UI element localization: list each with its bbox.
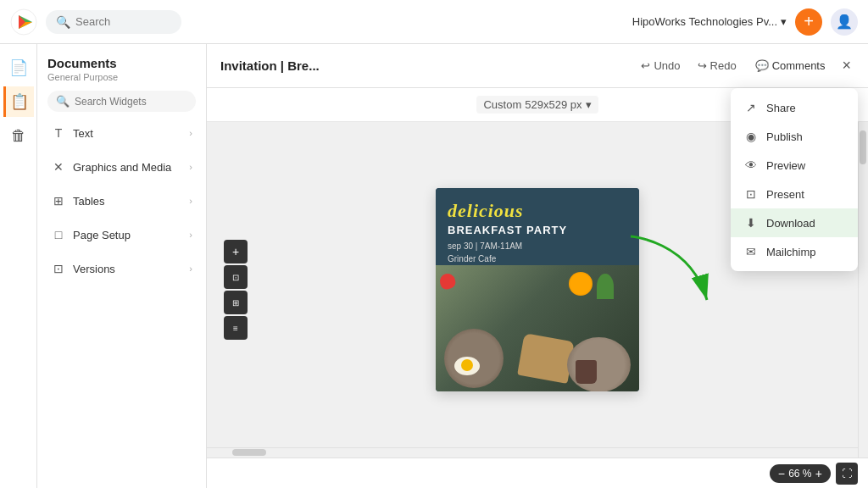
canvas-header: Invitation | Bre... ↩ Undo ↪ Redo 💬 Comm… bbox=[207, 44, 868, 88]
dropdown-item-preview[interactable]: 👁 Preview bbox=[731, 151, 858, 180]
icon-rail: 📄 📋 🗑 bbox=[0, 44, 37, 488]
undo-button[interactable]: ↩ Undo bbox=[636, 56, 685, 75]
chevron-right-icon-5: › bbox=[189, 263, 192, 274]
search-icon: 🔍 bbox=[56, 15, 70, 29]
tables-icon: ⊞ bbox=[51, 194, 66, 208]
search-box[interactable]: 🔍 bbox=[46, 10, 181, 34]
food-bread bbox=[517, 333, 575, 384]
canvas-header-right: ↩ Undo ↪ Redo 💬 Comments × bbox=[636, 53, 854, 78]
sidebar-title: Documents bbox=[47, 56, 196, 70]
chevron-down-icon[interactable]: ▾ bbox=[781, 15, 787, 28]
dropdown-item-download[interactable]: ⬇ Download bbox=[731, 208, 858, 237]
canvas-area: Invitation | Bre... ↩ Undo ↪ Redo 💬 Comm… bbox=[207, 44, 868, 488]
design-image-area bbox=[436, 265, 639, 391]
design-details: sep 30 | 7AM-11AM Grinder Cafe bbox=[448, 240, 627, 265]
sidebar-item-tables[interactable]: ⊞ Tables › bbox=[47, 188, 196, 214]
canvas-size-badge[interactable]: Custom 529x529 px ▾ bbox=[476, 96, 598, 114]
chevron-right-icon-4: › bbox=[189, 230, 192, 240]
zoom-in-button[interactable]: + bbox=[815, 467, 822, 480]
zoom-control: − 66 % + bbox=[770, 464, 831, 483]
chevron-right-icon-2: › bbox=[189, 162, 192, 172]
design-title: Delicious bbox=[448, 200, 627, 222]
publish-icon: ◉ bbox=[744, 130, 758, 143]
sidebar-search-input[interactable] bbox=[75, 96, 187, 108]
dropdown-label-download: Download bbox=[766, 217, 815, 230]
doc-title: Invitation | Bre... bbox=[220, 58, 320, 73]
sidebar-item-tables-label: Tables bbox=[73, 195, 105, 208]
sidebar-item-graphics-label: Graphics and Media bbox=[73, 161, 171, 174]
sidebar-item-versions-label: Versions bbox=[73, 263, 115, 275]
sidebar-item-graphics[interactable]: ✕ Graphics and Media › bbox=[47, 154, 196, 180]
chevron-down-canvas: ▾ bbox=[586, 98, 592, 111]
comments-button[interactable]: 💬 Comments bbox=[748, 56, 832, 75]
profile-button[interactable]: 👤 bbox=[831, 8, 858, 36]
sidebar-item-text[interactable]: T Text › bbox=[47, 120, 196, 146]
dropdown-label-mailchimp: Mailchimp bbox=[766, 246, 816, 258]
redo-icon: ↪ bbox=[698, 59, 707, 72]
share-icon: ↗ bbox=[744, 101, 758, 114]
sidebar: Documents General Purpose 🔍 T Text › ✕ G… bbox=[37, 44, 207, 488]
sidebar-search[interactable]: 🔍 bbox=[47, 91, 196, 112]
company-name: HipoWorks Technologies Pv... ▾ bbox=[632, 15, 787, 28]
food-orange bbox=[569, 272, 593, 296]
mailchimp-icon: ✉ bbox=[744, 245, 758, 258]
download-icon: ⬇ bbox=[744, 216, 758, 230]
topbar-right: HipoWorks Technologies Pv... ▾ + 👤 bbox=[632, 8, 858, 36]
zoom-value: 66 % bbox=[788, 468, 812, 480]
present-icon: ⊡ bbox=[744, 187, 758, 201]
scroll-thumb-horizontal[interactable] bbox=[232, 449, 266, 456]
sidebar-item-text-label: Text bbox=[73, 127, 93, 140]
fit-tool-button[interactable]: ⊡ bbox=[224, 265, 248, 289]
dropdown-item-share[interactable]: ↗ Share bbox=[731, 93, 858, 122]
grid-tool-button[interactable]: ⊞ bbox=[224, 291, 248, 314]
dropdown-item-mailchimp[interactable]: ✉ Mailchimp bbox=[731, 237, 858, 266]
sidebar-subtitle: General Purpose bbox=[47, 72, 196, 82]
chevron-right-icon-3: › bbox=[189, 196, 192, 206]
horizontal-scrollbar[interactable] bbox=[207, 447, 858, 458]
dropdown-item-publish[interactable]: ◉ Publish bbox=[731, 122, 858, 151]
design-card[interactable]: Delicious Breakfast Party sep 30 | 7AM-1… bbox=[436, 188, 639, 391]
dropdown-label-publish: Publish bbox=[766, 130, 803, 143]
graphics-icon: ✕ bbox=[51, 160, 66, 174]
chevron-right-icon: › bbox=[189, 128, 192, 138]
canvas-size-label: Custom bbox=[483, 98, 521, 111]
sidebar-item-page-setup-label: Page Setup bbox=[73, 229, 131, 241]
fullscreen-button[interactable]: ⛶ bbox=[836, 463, 858, 485]
rail-trash-icon[interactable]: 🗑 bbox=[3, 120, 34, 151]
dropdown-menu: ↗ Share ◉ Publish 👁 Preview ⊡ Present ⬇ … bbox=[731, 88, 858, 271]
dropdown-label-present: Present bbox=[766, 188, 804, 201]
food-yolk bbox=[461, 359, 473, 371]
rail-widgets-icon[interactable]: 📋 bbox=[3, 86, 34, 117]
versions-icon: ⊡ bbox=[51, 262, 66, 275]
close-button[interactable]: × bbox=[838, 53, 854, 78]
design-subtitle: Breakfast Party bbox=[448, 224, 627, 236]
food-cup bbox=[576, 360, 597, 384]
canvas-bottombar: − 66 % + ⛶ bbox=[207, 458, 868, 488]
main-layout: 📄 📋 🗑 Documents General Purpose 🔍 T Text… bbox=[0, 44, 868, 488]
app-logo[interactable] bbox=[10, 8, 37, 36]
add-tool-button[interactable]: + bbox=[224, 240, 248, 263]
sidebar-item-page-setup[interactable]: □ Page Setup › bbox=[47, 222, 196, 247]
redo-button[interactable]: ↪ Redo bbox=[693, 56, 742, 75]
dropdown-item-present[interactable]: ⊡ Present bbox=[731, 180, 858, 208]
page-setup-icon: □ bbox=[51, 228, 66, 241]
design-card-top: Delicious Breakfast Party sep 30 | 7AM-1… bbox=[436, 188, 639, 265]
scroll-thumb-vertical[interactable] bbox=[860, 130, 866, 164]
search-input[interactable] bbox=[75, 15, 171, 28]
layout-tool-button[interactable]: ≡ bbox=[224, 316, 248, 340]
preview-icon: 👁 bbox=[744, 158, 758, 172]
add-button[interactable]: + bbox=[795, 8, 822, 36]
text-icon: T bbox=[51, 126, 66, 140]
zoom-out-button[interactable]: − bbox=[778, 467, 785, 480]
food-strawberry bbox=[438, 272, 457, 291]
sidebar-item-versions[interactable]: ⊡ Versions › bbox=[47, 256, 196, 281]
profile-icon: 👤 bbox=[836, 14, 853, 30]
undo-icon: ↩ bbox=[641, 59, 650, 72]
food-herb bbox=[597, 274, 614, 299]
dropdown-label-share: Share bbox=[766, 102, 796, 114]
vertical-scrollbar[interactable] bbox=[858, 122, 868, 458]
canvas-size-value: 529x529 px bbox=[525, 98, 581, 111]
rail-document-icon[interactable]: 📄 bbox=[3, 53, 34, 83]
topbar: 🔍 HipoWorks Technologies Pv... ▾ + 👤 bbox=[0, 0, 868, 44]
dropdown-label-preview: Preview bbox=[766, 159, 805, 172]
